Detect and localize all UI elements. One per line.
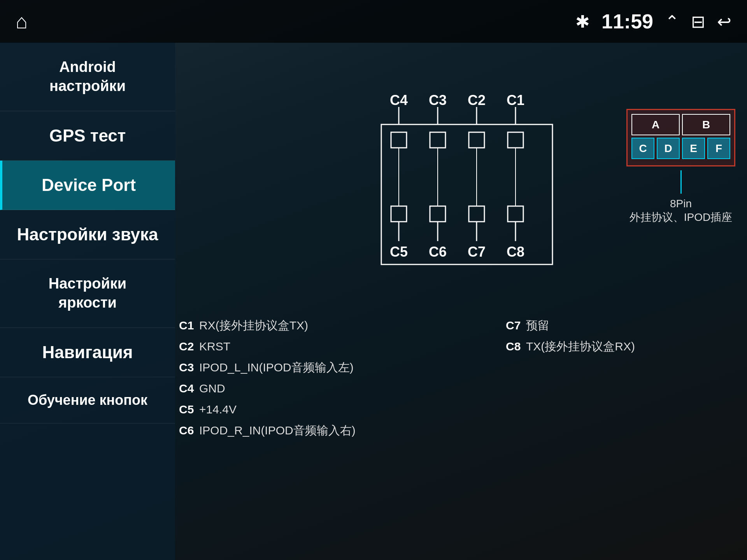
legend-c6: C6 IPOD_R_IN(IPOD音频输入右) xyxy=(179,420,356,441)
pin-c1-desc: RX(接外挂协议盒TX) xyxy=(199,315,308,336)
legend-c8: C8 TX(接外挂协议盒RX) xyxy=(506,336,635,357)
socket-caption: 8Pin外挂协议、IPOD插座 xyxy=(626,198,735,225)
socket-diagram: A B C D E F xyxy=(626,109,735,166)
svg-rect-15 xyxy=(469,206,484,222)
pin-legend-left: C1 RX(接外挂协议盒TX) C2 KRST C3 IPOD_L_IN(IPO… xyxy=(179,315,356,441)
svg-rect-6 xyxy=(430,132,445,148)
pin-legend-right: C7 预留 C8 TX(接外挂协议盒RX) xyxy=(506,315,635,357)
sidebar-item-gps-test[interactable]: GPS тест xyxy=(0,111,175,161)
legend-c7: C7 预留 xyxy=(506,315,635,336)
pin-c7-label: C7 xyxy=(506,315,521,336)
socket-diagram-panel: A B C D E F 8Pin外挂协议、IPOD插座 xyxy=(626,109,735,225)
svg-rect-5 xyxy=(391,132,407,148)
label-c3: C3 xyxy=(429,92,447,108)
pin-c2-desc: KRST xyxy=(199,336,230,357)
pin-c1-label: C1 xyxy=(179,315,195,336)
label-c5: C5 xyxy=(390,244,408,260)
pin-c7-desc: 预留 xyxy=(526,315,549,336)
pin-c6-desc: IPOD_R_IN(IPOD音频输入右) xyxy=(199,420,356,441)
legend-c3: C3 IPOD_L_IN(IPOD音频输入左) xyxy=(179,357,356,378)
label-c4: C4 xyxy=(390,92,408,108)
socket-connector-line xyxy=(680,170,682,194)
pin-c6-label: C6 xyxy=(179,420,195,441)
label-c6: C6 xyxy=(429,244,447,260)
sidebar-item-button-learning[interactable]: Обучение кнопок xyxy=(0,377,175,424)
sidebar-item-android-settings[interactable]: Androidнастройки xyxy=(0,43,175,111)
legend-c5: C5 +14.4V xyxy=(179,399,356,420)
pin-c2-label: C2 xyxy=(179,336,195,357)
svg-rect-8 xyxy=(508,132,523,148)
label-c1: C1 xyxy=(507,92,524,108)
sidebar-item-sound-settings[interactable]: Настройки звука xyxy=(0,210,175,259)
pin-c4-desc: GND xyxy=(199,378,225,399)
svg-rect-7 xyxy=(469,132,484,148)
pin-c8-desc: TX(接外挂协议盒RX) xyxy=(526,336,635,357)
back-icon[interactable]: ↩ xyxy=(717,12,731,32)
time-display: 11:59 xyxy=(601,10,653,33)
pin-c5-desc: +14.4V xyxy=(199,399,237,420)
socket-cell-c: C xyxy=(631,138,654,159)
pin-c8-label: C8 xyxy=(506,336,521,357)
sidebar-item-brightness-settings[interactable]: Настройкияркости xyxy=(0,259,175,328)
socket-cell-e: E xyxy=(682,138,705,159)
pin-c3-desc: IPOD_L_IN(IPOD音频输入左) xyxy=(199,357,354,378)
sidebar: Androidнастройки GPS тест Device Port На… xyxy=(0,43,175,560)
connector-svg: C4 C3 C2 C1 xyxy=(370,89,572,315)
svg-rect-14 xyxy=(430,206,445,222)
pin-c3-label: C3 xyxy=(179,357,195,378)
socket-cell-f: F xyxy=(707,138,730,159)
top-bar: ⌂ ✱ 11:59 ⌃ ⊟ ↩ xyxy=(0,0,747,43)
label-c7: C7 xyxy=(468,244,486,260)
connector-diagram: C4 C3 C2 C1 xyxy=(370,89,572,317)
home-icon[interactable]: ⌂ xyxy=(16,11,28,32)
main-content: C4 C3 C2 C1 xyxy=(175,43,747,560)
legend-c1: C1 RX(接外挂协议盒TX) xyxy=(179,315,356,336)
socket-row-2: C D E F xyxy=(631,138,730,159)
label-c2: C2 xyxy=(468,92,486,108)
signal-icon: ⌃ xyxy=(665,12,679,32)
label-c8: C8 xyxy=(507,244,524,260)
legend-c2: C2 KRST xyxy=(179,336,356,357)
socket-cell-d: D xyxy=(657,138,680,159)
pin-c4-label: C4 xyxy=(179,378,195,399)
svg-rect-13 xyxy=(391,206,407,222)
sidebar-item-navigation[interactable]: Навигация xyxy=(0,328,175,377)
window-icon[interactable]: ⊟ xyxy=(691,12,705,32)
pin-c5-label: C5 xyxy=(179,399,195,420)
legend-c4: C4 GND xyxy=(179,378,356,399)
bluetooth-icon: ✱ xyxy=(575,12,590,32)
sidebar-item-device-port[interactable]: Device Port xyxy=(0,161,175,210)
socket-cell-a: A xyxy=(631,114,680,135)
socket-cell-b: B xyxy=(682,114,730,135)
top-bar-left: ⌂ xyxy=(16,11,28,32)
top-bar-right: ✱ 11:59 ⌃ ⊟ ↩ xyxy=(575,10,731,33)
svg-rect-16 xyxy=(508,206,523,222)
socket-row-1: A B xyxy=(631,114,730,135)
